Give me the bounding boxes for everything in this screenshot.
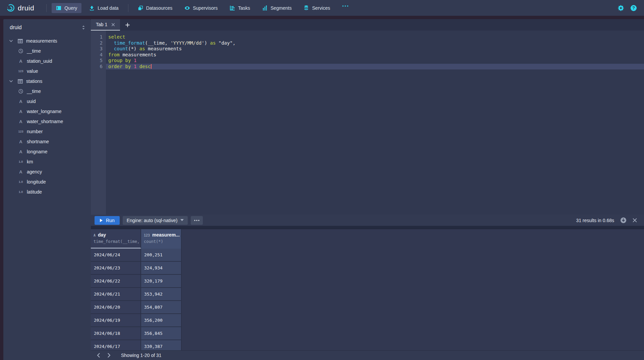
- column-name: day: [98, 232, 106, 238]
- tree-table-measurements[interactable]: measurements: [3, 36, 91, 46]
- line-number: 2: [91, 40, 103, 46]
- tree-column-agency[interactable]: Aagency: [3, 167, 91, 177]
- tree-column-shortname[interactable]: Ashortname: [3, 137, 91, 147]
- nav-item-services[interactable]: Services: [299, 3, 335, 13]
- cell-measurements[interactable]: 330,387: [141, 340, 182, 350]
- tree-column-time[interactable]: __time: [3, 46, 91, 56]
- string-type-icon: A: [17, 99, 24, 104]
- tree-column-longitude[interactable]: 1.0longitude: [3, 177, 91, 187]
- nav-item-tasks[interactable]: Tasks: [225, 3, 254, 13]
- run-bar: Run Engine: auto (sql-native) 31 results…: [91, 215, 644, 226]
- string-type-icon: A: [17, 119, 24, 124]
- druid-logo[interactable]: druid: [0, 4, 43, 12]
- cell-measurements[interactable]: 353,942: [141, 288, 182, 301]
- tree-column-uuid[interactable]: Auuid: [3, 96, 91, 106]
- caret-down-icon: [180, 219, 184, 221]
- cell-day[interactable]: 2024/06/22: [91, 275, 141, 288]
- cell-day[interactable]: 2024/06/21: [91, 288, 141, 301]
- close-results-icon[interactable]: [633, 218, 637, 222]
- cell-day[interactable]: 2024/06/23: [91, 262, 141, 275]
- settings-gear-icon[interactable]: [618, 5, 624, 11]
- nav-item-load-data[interactable]: Load data: [85, 3, 123, 13]
- column-header-day[interactable]: Adaytime_format(__time, …: [91, 229, 141, 249]
- column-header-measurem[interactable]: 123measurem...count(*): [141, 229, 182, 249]
- number-type-icon: 1.0: [17, 160, 24, 163]
- run-button[interactable]: Run: [95, 216, 120, 225]
- help-icon[interactable]: ?: [631, 5, 637, 11]
- cell-day[interactable]: 2024/06/18: [91, 327, 141, 340]
- schema-tree: measurements__timeAstation_uuid123values…: [3, 35, 91, 197]
- nav-item-label: Query: [64, 5, 77, 11]
- tree-item-label: number: [27, 129, 43, 134]
- tree-item-label: station_uuid: [27, 58, 52, 64]
- code-token: group by: [108, 58, 131, 63]
- tree-column-station-uuid[interactable]: Astation_uuid: [3, 56, 91, 66]
- tree-item-label: uuid: [27, 99, 36, 104]
- chevron-down-icon[interactable]: [9, 39, 14, 43]
- code-line-1[interactable]: select: [106, 34, 644, 40]
- code-line-4[interactable]: from measurements: [106, 52, 644, 58]
- code-line-6[interactable]: order by 1 desc: [106, 64, 644, 70]
- tree-column-time[interactable]: __time: [3, 86, 91, 96]
- engine-select[interactable]: Engine: auto (sql-native): [123, 216, 188, 225]
- nav-item-datasources[interactable]: Datasources: [133, 3, 177, 13]
- tree-column-water-shortname[interactable]: Awater_shortname: [3, 116, 91, 126]
- schema-header[interactable]: druid: [3, 19, 91, 35]
- code-token: 1: [134, 58, 136, 63]
- tab-tab1[interactable]: Tab 1: [91, 19, 120, 31]
- chevron-down-icon[interactable]: [9, 79, 14, 83]
- segments-icon: [262, 5, 268, 11]
- prev-page-button[interactable]: [94, 351, 103, 359]
- tree-item-label: measurements: [26, 38, 57, 44]
- tree-column-water-longname[interactable]: Awater_longname: [3, 106, 91, 116]
- code-line-2[interactable]: time_format(__time, 'YYYY/MM/dd') as "da…: [106, 40, 644, 46]
- tasks-icon: [230, 5, 235, 11]
- code-line-3[interactable]: count(*) as measurements: [106, 46, 644, 52]
- nav-item-segments[interactable]: Segments: [258, 3, 296, 13]
- cell-day[interactable]: 2024/06/24: [91, 249, 141, 262]
- panel-resize-handle[interactable]: [91, 226, 644, 229]
- tree-column-longname[interactable]: Alongname: [3, 147, 91, 157]
- add-tab-button[interactable]: [120, 19, 135, 31]
- tree-table-stations[interactable]: stations: [3, 76, 91, 86]
- nav-item-item[interactable]: [338, 3, 352, 13]
- cell-measurements[interactable]: 324,934: [141, 262, 182, 275]
- double-caret-vertical-icon[interactable]: [81, 25, 85, 30]
- nav-divider: [46, 4, 47, 12]
- nav-item-label: Supervisors: [193, 5, 218, 11]
- pagination-bar: Showing 1-20 of 31: [91, 350, 644, 360]
- results-header: Adaytime_format(__time, …123measurem...c…: [91, 229, 644, 249]
- nav-item-supervisors[interactable]: Supervisors: [180, 3, 222, 13]
- cell-measurements[interactable]: 356,845: [141, 327, 182, 340]
- tree-column-value[interactable]: 123value: [3, 66, 91, 76]
- cell-measurements[interactable]: 200,251: [141, 249, 182, 262]
- tree-column-km[interactable]: 1.0km: [3, 157, 91, 167]
- code-token: count: [114, 46, 128, 51]
- cell-day[interactable]: 2024/06/19: [91, 314, 141, 327]
- tree-column-number[interactable]: 123number: [3, 126, 91, 137]
- cell-measurements[interactable]: 356,200: [141, 314, 182, 327]
- results-panel: Adaytime_format(__time, …123measurem...c…: [91, 229, 644, 350]
- cell-measurements[interactable]: 320,179: [141, 275, 182, 288]
- tab-close-icon[interactable]: [111, 23, 115, 27]
- results-body: 2024/06/24200,2512024/06/23324,9342024/0…: [91, 249, 644, 350]
- nav-items: QueryLoad dataDatasourcesSupervisorsTask…: [43, 0, 353, 16]
- nav-item-query[interactable]: Query: [52, 3, 81, 13]
- editor-gutter: 123456: [91, 31, 106, 215]
- services-icon: [304, 5, 309, 11]
- cell-day[interactable]: 2024/06/20: [91, 301, 141, 314]
- table-row: 2024/06/24200,251: [91, 249, 644, 262]
- next-page-button[interactable]: [104, 351, 114, 359]
- cell-measurements[interactable]: 354,807: [141, 301, 182, 314]
- nav-right: ?: [618, 5, 644, 11]
- editor-code[interactable]: select time_format(__time, 'YYYY/MM/dd')…: [106, 31, 644, 215]
- tree-column-latitude[interactable]: 1.0latitude: [3, 187, 91, 197]
- code-line-5[interactable]: group by 1: [106, 58, 644, 64]
- download-icon[interactable]: [620, 217, 627, 223]
- sql-editor[interactable]: 123456 select time_format(__time, 'YYYY/…: [91, 31, 644, 215]
- code-token: 'YYYY/MM/dd': [170, 40, 204, 46]
- query-more-button[interactable]: [191, 216, 203, 225]
- run-button-label: Run: [106, 218, 115, 223]
- cell-day[interactable]: 2024/06/17: [91, 340, 141, 350]
- nav-item-label: Services: [312, 5, 330, 11]
